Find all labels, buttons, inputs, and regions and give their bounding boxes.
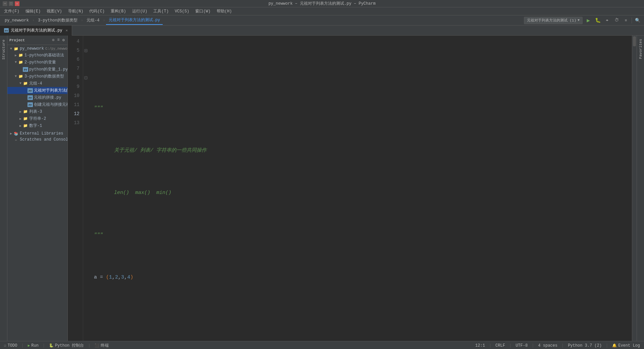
build-menu-button[interactable]: ≡: [622, 17, 630, 24]
sidebar-item-list3[interactable]: ▶ 📁 列表-3: [7, 108, 67, 115]
sidebar-item-create[interactable]: ▶ py 创建元祖与拼接元祖.: [7, 101, 67, 108]
close-btn[interactable]: ✕: [15, 1, 19, 6]
menu-bar: 文件(F) 编辑(E) 视图(V) 导航(N) 代码(C) 重构(B) 运行(U…: [0, 7, 644, 15]
line-num-12: 12: [68, 109, 83, 118]
status-event-log[interactable]: 🔔 Event Log: [611, 343, 641, 348]
sidebar-label-vars: 2-python的变量: [24, 59, 56, 65]
run-config-arrow: ▼: [578, 18, 580, 22]
run-config-label: 元祖对于列表方法的测试 (1): [527, 18, 576, 23]
status-terminal[interactable]: ⬛ 终端: [93, 343, 110, 348]
status-line-col[interactable]: 12:1: [474, 343, 486, 348]
menu-help[interactable]: 帮助(H): [214, 8, 235, 15]
arrow-root: ▼: [9, 47, 13, 51]
favorites-tab[interactable]: Favorites: [638, 37, 643, 61]
nav-tab-tuple4[interactable]: 元组-4: [84, 16, 102, 24]
file-tab-icon: py: [4, 28, 9, 33]
folder-icon-vars: 📁: [18, 60, 23, 65]
menu-tools[interactable]: 工具(T): [151, 8, 171, 15]
sidebar-item-concat[interactable]: ▶ py 元祖的拼接.py: [7, 94, 67, 101]
menu-view[interactable]: 视图(V): [44, 8, 65, 15]
sidebar-item-extlibs[interactable]: ▶ 📚 External Libraries: [7, 131, 67, 137]
sidebar-item-tuple4[interactable]: ▼ 📁 元组-4: [7, 80, 67, 87]
sidebar-item-vars[interactable]: ▼ 📁 2-python的变量: [7, 59, 67, 66]
file-tab-main[interactable]: py 元祖对于列表方法的测试.py ✕: [0, 26, 72, 36]
arrow-str2: ▶: [18, 117, 23, 121]
sidebar-item-str2[interactable]: ▶ 📁 字符串-2: [7, 115, 67, 122]
sidebar-item-var1[interactable]: ▶ py python的变量_1.py: [7, 66, 67, 73]
sidebar-item-basics[interactable]: ▶ 📁 1-python的基础语法: [7, 52, 67, 59]
menu-edit[interactable]: 编辑(E): [23, 8, 44, 15]
sidebar-header: Project ⊙ ≡ ⚙: [7, 36, 67, 45]
fold-empty-9: [83, 82, 89, 91]
status-indent[interactable]: 4 spaces: [537, 343, 559, 348]
line-num-5: 5: [68, 46, 83, 55]
nav-tab-datatype[interactable]: 3-python的数据类型: [35, 16, 80, 24]
status-crlf[interactable]: CRLF: [494, 343, 506, 348]
coverage-button[interactable]: ☂: [603, 17, 611, 24]
sidebar-item-datatypes[interactable]: ▼ 📁 3-python的数据类型: [7, 73, 67, 80]
sidebar-label-extlibs: External Libraries: [20, 131, 63, 136]
nav-tab-project[interactable]: py_newwork: [2, 17, 32, 24]
code-content[interactable]: """ 关于元祖/ 列表/ 字符串的一些共同操作 len() max() min…: [89, 36, 632, 341]
sidebar-item-test-file[interactable]: ▶ py 元祖对于列表方法的测试: [7, 87, 67, 94]
nav-tab-current-file[interactable]: 元祖对于列表方法的测试.py: [106, 16, 163, 25]
run-label: Run: [31, 343, 39, 348]
structure-tab[interactable]: Structure: [1, 37, 6, 62]
code-line-9: a = ( 1 , 2 , 3 , 4 ): [94, 273, 632, 282]
line-num-11: 11: [68, 100, 83, 109]
menu-window[interactable]: 窗口(W): [193, 8, 213, 15]
sidebar-label-list3: 列表-3: [29, 109, 42, 114]
menu-vcs[interactable]: VCS(S): [172, 8, 192, 14]
menu-run[interactable]: 运行(U): [129, 8, 150, 15]
sidebar-sync-btn[interactable]: ⊙: [51, 37, 55, 43]
status-python-console[interactable]: 🐍 Python 控制台: [48, 343, 85, 348]
line-num-8: 8: [68, 73, 83, 82]
sidebar-label-scratches: Scratches and Consoles: [20, 137, 67, 142]
code-line-5: """: [94, 104, 632, 113]
status-run[interactable]: ▶ Run: [26, 343, 40, 348]
status-encoding[interactable]: UTF-8: [514, 343, 529, 348]
sidebar-item-scratches[interactable]: ▶ ✏️ Scratches and Consoles: [7, 137, 67, 143]
sidebar-collapse-btn[interactable]: ≡: [57, 37, 60, 43]
status-python-ver[interactable]: Python 3.7 (2): [567, 343, 603, 348]
vertical-scrollbar[interactable]: [632, 36, 637, 341]
fold-icon-5: [84, 49, 88, 52]
right-vert-tabs: Favorites: [637, 36, 644, 341]
sidebar-item-root[interactable]: ▼ 📁 py_newwork C:/py_newwork: [7, 46, 67, 52]
sidebar-header-label: Project: [9, 38, 25, 42]
line-num-7: 7: [68, 64, 83, 73]
status-sep-6: |: [532, 343, 534, 348]
menu-code[interactable]: 代码(C): [87, 8, 107, 15]
maximize-btn[interactable]: □: [9, 1, 13, 6]
search-everywhere-button[interactable]: 🔍: [634, 17, 641, 24]
todo-label: TODO: [8, 343, 17, 348]
py-icon-test: py: [28, 88, 33, 93]
fold-marker-5[interactable]: [83, 46, 89, 55]
menu-file[interactable]: 文件(F): [1, 8, 22, 15]
menu-navigate[interactable]: 导航(N): [65, 8, 86, 15]
run-config-dropdown[interactable]: 元祖对于列表方法的测试 (1) ▼: [524, 17, 583, 24]
profile-button[interactable]: ⏱: [613, 17, 620, 24]
menu-refactor[interactable]: 重构(B): [108, 8, 129, 15]
py-icon-create: py: [28, 102, 33, 107]
fold-marker-8[interactable]: [83, 73, 89, 82]
code-line-10: [94, 315, 632, 325]
minimize-btn[interactable]: —: [3, 1, 7, 6]
sidebar-settings-btn[interactable]: ⚙: [62, 37, 65, 43]
sidebar-item-num1[interactable]: ▶ 📁 数字-1: [7, 122, 67, 129]
sidebar-label-tuple4: 元组-4: [29, 81, 42, 86]
file-tab-close[interactable]: ✕: [66, 28, 68, 33]
file-tab-bar: py 元祖对于列表方法的测试.py ✕: [0, 26, 644, 36]
run-button[interactable]: ▶: [585, 17, 592, 24]
scrollbar-thumb[interactable]: [633, 36, 636, 46]
folder-icon-datatypes: 📁: [18, 74, 23, 79]
docstring-open: """: [94, 104, 103, 113]
python-ver-value: Python 3.7 (2): [568, 343, 602, 348]
debug-button[interactable]: 🐛: [594, 17, 601, 24]
code-editor[interactable]: 4 5 6 7 8 9 10 11 12 13: [68, 36, 637, 341]
line-col-value: 12:1: [475, 343, 485, 348]
extlib-icon: 📚: [13, 131, 19, 136]
status-todo[interactable]: ☑ TODO: [3, 343, 18, 348]
fold-gutter: [83, 36, 89, 341]
status-sep-3: |: [88, 343, 91, 348]
